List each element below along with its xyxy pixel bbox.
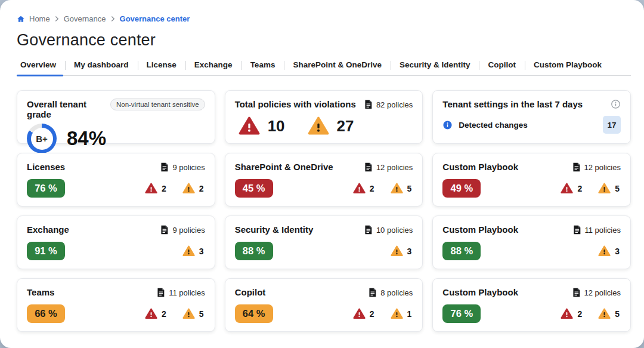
tenant-sensitivity-badge: Non-virtual tenant sensitive [110,98,205,110]
score-badge: 49 % [442,179,481,198]
policies-count: 11 policies [156,287,205,297]
policy-card-title: SharePoint & OneDrive [235,161,333,172]
policies-count: 82 policies [364,98,413,109]
breadcrumb-governance[interactable]: Governance [64,14,106,23]
card-title: Total policies with violations [235,98,356,109]
policies-count: 9 policies [160,161,205,172]
policy-card-title: Custom Playbook [442,161,518,172]
policy-document-icon [572,288,581,297]
score-badge: 64 % [235,304,273,323]
score-badge: 76 % [27,179,65,198]
tab-label: Teams [250,60,275,69]
policy-card-title: Custom Playbook [442,224,518,235]
tab-copilot[interactable]: Copilot [479,60,525,75]
policy-card-title: Copilot [235,287,266,297]
policy-card[interactable]: SharePoint & OneDrive 12 policies 45 % [225,153,423,207]
total-violations-card[interactable]: Total policies with violations 82 polici… [225,90,423,144]
score-badge: 76 % [442,304,481,323]
tab-custom-playbook[interactable]: Custom Playbook [525,60,611,75]
critical-violations: 2 [353,307,374,320]
tenant-settings-card[interactable]: Tenant settings in the last 7 days [432,90,631,144]
policies-count: 12 policies [572,287,621,297]
tab-teams[interactable]: Teams [242,60,284,75]
warning-icon [182,182,195,195]
score-badge: 91 % [27,242,65,260]
critical-warning-icon [145,182,157,195]
tab-overview[interactable]: Overview [17,60,65,75]
violations-summary: 2 5 [145,307,205,320]
tab-label: SharePoint & OneDrive [293,60,382,69]
breadcrumb: Home Governance Governance center [17,14,631,23]
breadcrumb-governance-center[interactable]: Governance center [120,14,190,23]
violations-summary: 2 5 [561,182,621,195]
tab-label: My dashboard [74,60,129,69]
violations-summary: 2 1 [353,307,413,320]
policies-count: 12 policies [364,161,413,172]
policy-card[interactable]: Custom Playbook 12 policies 76 % [432,278,631,332]
violations-summary: 3 [391,245,413,257]
tab-label: License [147,60,177,69]
tab-exchange[interactable]: Exchange [185,60,242,75]
violations-summary: 2 5 [561,307,621,320]
tab-label: Security & Identity [400,60,470,69]
score-badge: 88 % [442,242,481,260]
warning-icon [182,245,195,257]
grade-letter: B+ [31,128,53,150]
tab-sharepoint-onedrive[interactable]: SharePoint & OneDrive [284,60,391,75]
critical-warning-icon [353,182,366,195]
critical-violations: 2 [145,182,166,195]
card-title: Overall tenant grade [27,98,106,119]
policy-card[interactable]: Custom Playbook 12 policies 49 % [432,153,631,207]
violations-summary: 2 2 [145,182,205,195]
overall-tenant-grade-card[interactable]: Overall tenant grade Non-virtual tenant … [17,90,215,144]
critical-warning-icon [353,307,366,320]
warning-icon [598,307,611,320]
policy-document-icon [368,288,377,297]
info-outline-icon[interactable] [611,99,621,109]
warning-violations: 1 [391,307,412,320]
tab-my-dashboard[interactable]: My dashboard [65,60,138,75]
policy-card[interactable]: Exchange 9 policies 91 % [17,215,215,269]
policy-document-icon [572,225,581,235]
tab-label: Custom Playbook [534,60,602,69]
warning-violations: 3 [182,245,204,257]
policy-card[interactable]: Copilot 8 policies 64 % 2 [225,278,423,332]
critical-warning-icon [561,307,573,320]
page-title: Governance center [17,31,631,50]
policy-card[interactable]: Teams 11 policies 66 % 2 [17,278,215,332]
violations-summary: 2 5 [353,182,413,195]
warning-violations: 2 [182,182,204,195]
policy-document-icon [572,162,581,172]
policies-count: 10 policies [364,224,413,235]
warning-icon [598,245,611,257]
policies-count: 8 policies [368,287,413,297]
violations-summary: 3 [598,245,621,257]
tab-license[interactable]: License [138,60,185,75]
score-badge: 66 % [27,304,65,323]
score-badge: 88 % [235,242,273,260]
score-badge: 45 % [235,179,273,198]
warning-icon [182,307,195,320]
policy-card-title: Security & Identity [235,224,314,235]
home-icon [17,15,25,23]
policy-card[interactable]: Security & Identity 10 policies 88 % [225,215,423,269]
policy-card[interactable]: Licenses 9 policies 76 % 2 [17,153,215,207]
chevron-right-icon [54,16,60,21]
warning-icon [308,115,329,137]
info-filled-icon [442,120,453,130]
grade-ring-chart: B+ [27,124,57,153]
tab-bar: OverviewMy dashboardLicenseExchangeTeams… [17,60,631,76]
chevron-right-icon [110,16,116,21]
detected-changes-count-badge[interactable]: 17 [603,116,621,134]
policies-count: 12 policies [572,161,621,172]
policy-card[interactable]: Custom Playbook 11 policies 88 % [432,215,631,269]
tab-security-identity[interactable]: Security & Identity [391,60,479,75]
policy-document-icon [364,225,373,235]
policy-document-icon [160,225,169,235]
policy-card-title: Licenses [27,161,65,172]
breadcrumb-home[interactable]: Home [29,14,50,23]
warning-violations: 3 [598,245,620,257]
policy-document-icon [364,100,373,109]
warning-violations: 5 [391,182,412,195]
critical-violations: 2 [561,307,582,320]
